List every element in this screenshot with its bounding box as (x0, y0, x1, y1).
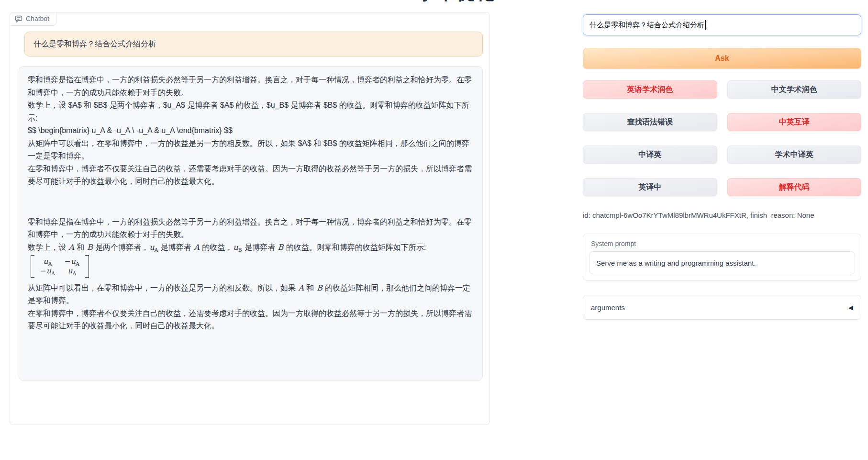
chatbot-label-text: Chatbot (26, 15, 49, 22)
user-message-text: 什么是零和博弈？结合公式介绍分析 (33, 40, 156, 48)
completion-status-text: id: chatcmpl-6wOo7KrYTwMl89lbrMWRu4UkFFX… (583, 211, 861, 220)
rendered-paragraph-2: 数学上，设 A 和 B 是两个博弈者，uA 是博弈者 A 的收益，uB 是博弈者… (28, 241, 474, 254)
text-cursor (705, 20, 706, 30)
chat-bubble-icon (15, 15, 22, 22)
bot-raw-markdown-text: 零和博弈是指在博弈中，一方的利益损失必然等于另一方的利益增益。换言之，对于每一种… (28, 74, 474, 188)
explain-code-button[interactable]: 解释代码 (727, 178, 862, 196)
find-grammar-errors-button[interactable]: 查找语法错误 (583, 113, 717, 131)
accordion-collapsed-arrow-icon: ◀ (848, 304, 853, 311)
question-input[interactable]: 什么是零和博弈？结合公式介绍分析 (583, 14, 861, 35)
rendered-paragraph-4: 在零和博弈中，博弈者不仅要关注自己的收益，还需要考虑对手的收益。因为一方取得的收… (28, 307, 474, 333)
english-to-chinese-button[interactable]: 英译中 (583, 178, 717, 196)
chinese-to-english-button[interactable]: 中译英 (583, 146, 717, 164)
matrix-right-bracket (85, 255, 89, 278)
arguments-accordion-header[interactable]: arguments ◀ (583, 295, 861, 320)
system-prompt-box: System prompt (583, 234, 861, 280)
user-message-bubble: 什么是零和博弈？结合公式介绍分析 (24, 32, 483, 56)
page-title-text: 学术优化 (417, 0, 532, 3)
quick-action-grid: 英语学术润色 中文学术润色 查找语法错误 中英互译 中译英 学术中译英 英译中 … (583, 80, 861, 196)
matrix-cells: uA−uA−uAuA (34, 255, 85, 278)
controls-column: 什么是零和博弈？结合公式介绍分析 Ask 英语学术润色 中文学术润色 查找语法错… (583, 14, 861, 320)
rendered-paragraph-1: 零和博弈是指在博弈中，一方的利益损失必然等于另一方的利益增益。换言之，对于每一种… (28, 216, 474, 241)
english-academic-polish-button[interactable]: 英语学术润色 (583, 80, 717, 99)
chatbot-panel-label: Chatbot (10, 12, 56, 26)
ask-button[interactable]: Ask (583, 48, 861, 69)
question-input-value: 什么是零和博弈？结合公式介绍分析 (590, 21, 704, 30)
academic-chinese-to-english-button[interactable]: 学术中译英 (727, 146, 862, 164)
bot-rendered-text: 零和博弈是指在博弈中，一方的利益损失必然等于另一方的利益增益。换言之，对于每一种… (28, 216, 474, 333)
chinese-english-mutual-translate-button[interactable]: 中英互译 (727, 113, 862, 131)
clipped-page-title: 学术优化 (417, 0, 532, 3)
payoff-matrix: uA−uA−uAuA (31, 255, 89, 278)
rendered-paragraph-3: 从矩阵中可以看出，在零和博弈中，一方的收益是另一方的相反数。所以，如果 A 和 … (28, 282, 474, 307)
system-prompt-label: System prompt (589, 240, 855, 247)
chinese-academic-polish-button[interactable]: 中文学术润色 (727, 80, 862, 99)
system-prompt-input[interactable] (589, 251, 855, 274)
matrix-left-bracket (31, 255, 34, 278)
arguments-accordion-label: arguments (591, 303, 625, 312)
bot-message-bubble: 零和博弈是指在博弈中，一方的利益损失必然等于另一方的利益增益。换言之，对于每一种… (19, 66, 483, 381)
chatbot-panel: Chatbot 什么是零和博弈？结合公式介绍分析 零和博弈是指在博弈中，一方的利… (10, 12, 490, 425)
